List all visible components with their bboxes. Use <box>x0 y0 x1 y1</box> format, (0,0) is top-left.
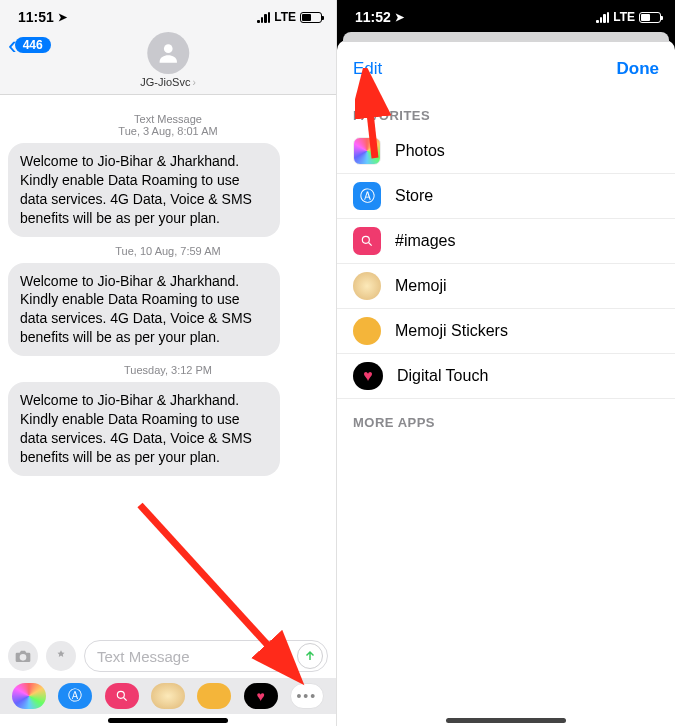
signal-icon <box>257 12 270 23</box>
avatar-icon <box>147 32 189 74</box>
done-button[interactable]: Done <box>617 59 660 79</box>
home-indicator[interactable] <box>108 718 228 723</box>
contact-name: JG-JioSvc <box>140 76 190 88</box>
favorites-header: FAVORITES <box>337 92 675 129</box>
input-placeholder: Text Message <box>97 648 190 665</box>
battery-icon <box>639 12 661 23</box>
network-label: LTE <box>613 10 635 24</box>
timestamp-label: Tue, 10 Aug, 7:59 AM <box>8 245 328 257</box>
app-drawer-screen: 11:52 ➤ LTE Edit Done FAVORITES Photos Ⓐ… <box>337 0 675 726</box>
favorite-row-memoji[interactable]: Memoji <box>337 264 675 309</box>
contact-header[interactable]: JG-JioSvc › <box>140 32 195 88</box>
timestamp-label: Text Message Tue, 3 Aug, 8:01 AM <box>8 113 328 137</box>
svg-point-1 <box>117 691 124 698</box>
store-icon: Ⓐ <box>353 182 381 210</box>
favorite-row-images[interactable]: #images <box>337 219 675 264</box>
location-icon: ➤ <box>58 11 67 24</box>
app-strip[interactable]: Ⓐ ♥ ••• <box>0 678 336 714</box>
status-time: 11:51 <box>18 9 54 25</box>
edit-button[interactable]: Edit <box>353 59 382 79</box>
photos-icon <box>353 137 381 165</box>
stickers-icon <box>353 317 381 345</box>
favorite-label: Photos <box>395 142 445 160</box>
app-digital[interactable]: ♥ <box>244 683 278 709</box>
app-memoji[interactable] <box>151 683 185 709</box>
signal-icon <box>596 12 609 23</box>
app-more[interactable]: ••• <box>290 683 324 709</box>
favorite-label: #images <box>395 232 455 250</box>
home-indicator[interactable] <box>446 718 566 723</box>
timestamp-label: Tuesday, 3:12 PM <box>8 364 328 376</box>
memoji-icon <box>353 272 381 300</box>
favorite-row-digital[interactable]: ♥ Digital Touch <box>337 354 675 399</box>
message-bubble[interactable]: Welcome to Jio-Bihar & Jharkhand. Kindly… <box>8 143 280 237</box>
favorites-sheet: Edit Done FAVORITES Photos Ⓐ Store #imag… <box>337 40 675 726</box>
messages-header: 11:51 ➤ LTE ‹ 446 JG-JioSvc › <box>0 0 336 95</box>
favorite-label: Memoji Stickers <box>395 322 508 340</box>
message-bubble[interactable]: Welcome to Jio-Bihar & Jharkhand. Kindly… <box>8 382 280 476</box>
network-label: LTE <box>274 10 296 24</box>
message-thread[interactable]: Text Message Tue, 3 Aug, 8:01 AM Welcome… <box>0 95 336 641</box>
svg-point-0 <box>164 44 173 53</box>
svg-point-2 <box>362 236 369 243</box>
messages-screen: 11:51 ➤ LTE ‹ 446 JG-JioSvc › <box>0 0 337 726</box>
message-input[interactable]: Text Message <box>84 640 328 672</box>
favorite-label: Store <box>395 187 433 205</box>
chevron-right-icon: › <box>192 77 195 88</box>
app-store[interactable]: Ⓐ <box>58 683 92 709</box>
compose-bar: Text Message <box>0 634 336 678</box>
favorite-row-photos[interactable]: Photos <box>337 129 675 174</box>
favorite-row-store[interactable]: Ⓐ Store <box>337 174 675 219</box>
app-stickers[interactable] <box>197 683 231 709</box>
send-button[interactable] <box>297 643 323 669</box>
status-time: 11:52 <box>355 9 391 25</box>
unread-badge: 446 <box>15 37 51 53</box>
message-bubble[interactable]: Welcome to Jio-Bihar & Jharkhand. Kindly… <box>8 263 280 357</box>
digital-touch-icon: ♥ <box>353 362 383 390</box>
app-photos[interactable] <box>12 683 46 709</box>
images-icon <box>353 227 381 255</box>
back-button[interactable]: ‹ 446 <box>8 32 51 58</box>
favorite-label: Memoji <box>395 277 447 295</box>
favorite-row-stickers[interactable]: Memoji Stickers <box>337 309 675 354</box>
status-bar: 11:52 ➤ LTE <box>337 0 675 28</box>
favorite-label: Digital Touch <box>397 367 488 385</box>
status-bar: 11:51 ➤ LTE <box>0 0 336 28</box>
more-apps-header: MORE APPS <box>337 399 675 436</box>
favorites-list: Photos Ⓐ Store #images Memoji Memoji Sti… <box>337 129 675 399</box>
battery-icon <box>300 12 322 23</box>
app-images[interactable] <box>105 683 139 709</box>
camera-button[interactable] <box>8 641 38 671</box>
location-icon: ➤ <box>395 11 404 24</box>
appstore-button[interactable] <box>46 641 76 671</box>
